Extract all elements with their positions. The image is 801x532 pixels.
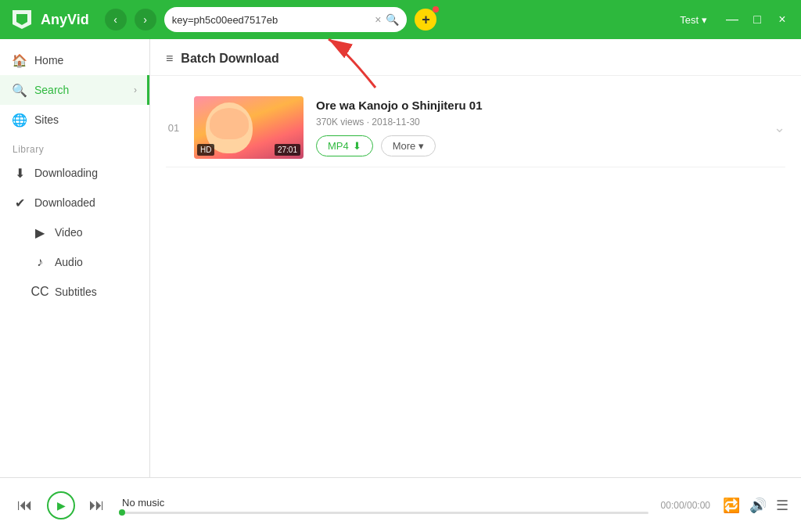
audio-icon: ♪ — [33, 255, 47, 269]
titlebar: AnyVid ‹ › × 🔍 + Test ▾ — □ × — [0, 0, 801, 39]
sidebar-downloaded-label: Downloaded — [34, 196, 95, 209]
player-track-name: No music — [122, 497, 648, 509]
app-name: AnyVid — [41, 12, 89, 28]
sidebar-audio-label: Audio — [55, 256, 83, 268]
result-expand-icon[interactable]: ⌄ — [774, 119, 785, 136]
clear-search-button[interactable]: × — [375, 13, 381, 26]
sidebar-item-search[interactable]: 🔍 Search › — [0, 75, 149, 105]
player-time: 00:00/00:00 — [661, 500, 710, 511]
search-icon: 🔍 — [386, 13, 399, 26]
sidebar-video-label: Video — [55, 226, 83, 239]
sidebar-item-downloading[interactable]: ⬇ Downloading — [0, 158, 149, 188]
mp4-label: MP4 — [328, 140, 349, 152]
library-section-label: Library — [0, 135, 149, 158]
sidebar-item-sites[interactable]: 🌐 Sites — [0, 105, 149, 135]
prev-track-button[interactable]: ⏮ — [13, 493, 38, 518]
url-search-bar: × 🔍 — [164, 7, 408, 32]
sidebar-sites-label: Sites — [34, 113, 59, 126]
video-thumbnail: HD 27:01 — [194, 96, 304, 159]
sidebar-item-home[interactable]: 🏠 Home — [0, 45, 149, 75]
window-controls: — □ × — [723, 10, 792, 29]
player-bar: ⏮ ▶ ⏭ No music 00:00/00:00 🔁 🔊 ☰ — [0, 477, 801, 532]
download-arrow-icon: ⬇ — [353, 140, 361, 152]
play-pause-button[interactable]: ▶ — [47, 491, 75, 519]
minimize-button[interactable]: — — [723, 10, 742, 29]
sidebar-home-label: Home — [34, 54, 63, 66]
video-meta: 370K views · 2018-11-30 — [316, 117, 761, 128]
content-header: ≡ Batch Download — [150, 39, 801, 76]
next-track-button[interactable]: ⏭ — [84, 493, 110, 518]
repeat-button[interactable]: 🔁 — [723, 497, 740, 514]
more-label: More — [393, 140, 416, 152]
home-icon: 🏠 — [13, 53, 27, 67]
more-chevron-icon: ▾ — [418, 140, 424, 152]
player-controls: ⏮ ▶ ⏭ — [13, 491, 110, 519]
table-row: 01 HD 27:01 Ore wa Kanojo o Shinjiteru 0… — [166, 88, 785, 167]
player-right-controls: 🔁 🔊 ☰ — [723, 497, 788, 514]
add-url-button[interactable]: + — [415, 9, 436, 31]
player-progress-bar[interactable] — [122, 512, 648, 514]
sidebar: 🏠 Home 🔍 Search › 🌐 Sites Library ⬇ Down… — [0, 39, 150, 477]
results-list: 01 HD 27:01 Ore wa Kanojo o Shinjiteru 0… — [150, 76, 801, 477]
player-info: No music — [122, 497, 648, 514]
user-menu-button[interactable]: Test ▾ — [680, 14, 707, 26]
sidebar-item-video[interactable]: ▶ Video — [0, 217, 149, 247]
main-area: 🏠 Home 🔍 Search › 🌐 Sites Library ⬇ Down… — [0, 39, 801, 477]
close-button[interactable]: × — [773, 10, 792, 29]
chevron-right-icon: › — [134, 84, 137, 95]
volume-button[interactable]: 🔊 — [749, 497, 767, 514]
video-icon: ▶ — [33, 225, 47, 239]
logo: AnyVid — [9, 7, 89, 32]
result-actions: MP4 ⬇ More ▾ — [316, 135, 761, 156]
sidebar-item-audio[interactable]: ♪ Audio — [0, 247, 149, 277]
playlist-button[interactable]: ☰ — [776, 497, 788, 514]
sidebar-item-subtitles[interactable]: CC Subtitles — [0, 277, 149, 307]
content-area: ≡ Batch Download 01 HD 27:01 Ore wa Kano… — [150, 39, 801, 477]
result-number: 01 — [166, 122, 181, 134]
downloading-icon: ⬇ — [13, 166, 27, 180]
user-name: Test — [680, 14, 699, 26]
hd-badge: HD — [197, 144, 214, 156]
maximize-button[interactable]: □ — [748, 10, 767, 29]
mp4-download-button[interactable]: MP4 ⬇ — [316, 135, 373, 156]
more-options-button[interactable]: More ▾ — [381, 135, 436, 156]
downloaded-icon: ✔ — [13, 196, 27, 210]
back-button[interactable]: ‹ — [105, 9, 127, 31]
user-chevron-icon: ▾ — [702, 14, 707, 26]
logo-icon — [9, 7, 34, 32]
batch-download-icon: ≡ — [166, 52, 173, 66]
result-info: Ore wa Kanojo o Shinjiteru 01 370K views… — [316, 99, 761, 156]
search-input[interactable] — [172, 14, 371, 26]
search-sidebar-icon: 🔍 — [13, 83, 27, 97]
content-title: Batch Download — [181, 52, 278, 66]
player-progress-dot — [119, 509, 125, 516]
sidebar-search-label: Search — [34, 84, 69, 96]
sidebar-item-downloaded[interactable]: ✔ Downloaded — [0, 188, 149, 217]
sidebar-downloading-label: Downloading — [34, 167, 98, 179]
sites-icon: 🌐 — [13, 113, 27, 127]
forward-button[interactable]: › — [135, 9, 156, 31]
sidebar-subtitles-label: Subtitles — [55, 286, 97, 298]
video-title: Ore wa Kanojo o Shinjiteru 01 — [316, 99, 761, 112]
duration-badge: 27:01 — [275, 144, 300, 156]
subtitles-icon: CC — [33, 285, 47, 299]
